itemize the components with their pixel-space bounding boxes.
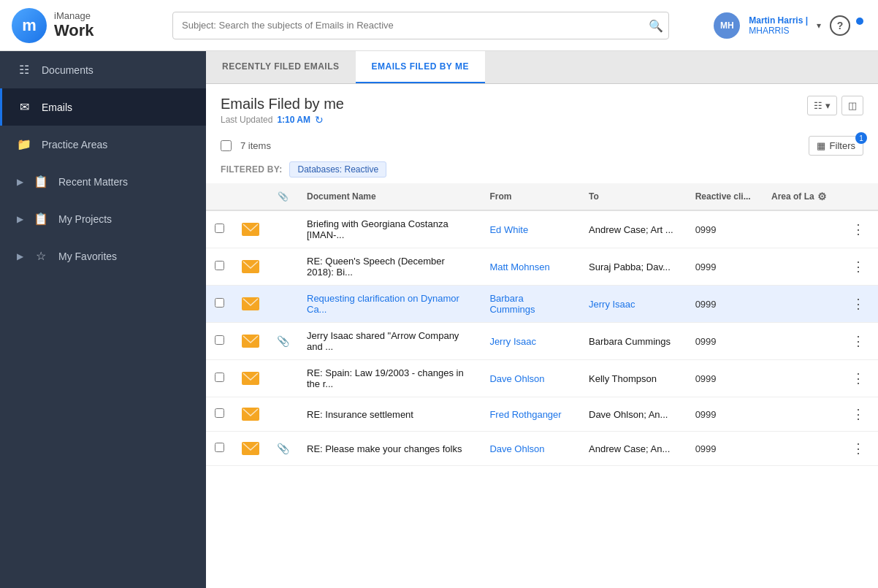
attachment-icon: 📎: [277, 443, 289, 454]
from-link[interactable]: Matt Mohnsen: [489, 261, 549, 272]
col-area: Area of La ⚙: [763, 183, 839, 210]
column-view-button[interactable]: ◫: [841, 96, 863, 115]
to-text: Suraj Pabba; Dav...: [589, 261, 671, 272]
help-button[interactable]: ?: [830, 15, 850, 36]
user-menu-chevron[interactable]: ▾: [817, 20, 821, 31]
area-of-law: [763, 210, 839, 248]
sidebar-item-my-projects[interactable]: ▶ 📋 My Projects: [0, 200, 206, 237]
filter-bar: FILTERED BY: Databases: Reactive: [206, 159, 878, 183]
notification-dot: [856, 18, 863, 25]
sidebar-item-practice-areas[interactable]: 📁 Practice Areas: [0, 126, 206, 163]
filters-button[interactable]: ▦ Filters 1: [809, 136, 863, 156]
app-header: m iManage Work 🔍 MH Martin Harris | MHAR…: [0, 0, 878, 51]
sidebar-item-documents[interactable]: ☷ Documents: [0, 51, 206, 88]
filter-tag[interactable]: Databases: Reactive: [289, 161, 386, 177]
row-more-button[interactable]: ⋮: [847, 369, 869, 388]
search-bar[interactable]: 🔍: [172, 12, 669, 39]
client-code: 0999: [687, 397, 763, 432]
col-from[interactable]: From: [481, 183, 580, 210]
favorites-icon: ☆: [34, 249, 48, 263]
sidebar: ☷ Documents ✉ Emails 📁 Practice Areas ▶ …: [0, 51, 206, 588]
document-name-link[interactable]: Jerry Isaac shared "Arrow Company and ..…: [307, 330, 459, 352]
to-text: Andrew Case; Art ...: [589, 224, 673, 235]
area-of-law: [763, 286, 839, 323]
client-code: 0999: [687, 323, 763, 360]
table-row: RE: Insurance settlementFred RothgangerD…: [206, 397, 878, 432]
chevron-down-icon: ▾: [825, 100, 831, 111]
col-to[interactable]: To: [580, 183, 687, 210]
select-all-checkbox[interactable]: [221, 140, 232, 151]
table-row: RE: Queen's Speech (December 2018): Bi..…: [206, 248, 878, 286]
row-more-button[interactable]: ⋮: [847, 439, 869, 458]
filters-badge: 1: [855, 132, 867, 144]
from-link[interactable]: Fred Rothganger: [489, 409, 561, 420]
row-more-button[interactable]: ⋮: [847, 332, 869, 351]
sidebar-item-emails[interactable]: ✉ Emails: [0, 88, 206, 126]
tab-filed-by-me[interactable]: EMAILS FILED BY ME: [356, 51, 485, 83]
row-checkbox[interactable]: [215, 373, 224, 382]
from-link[interactable]: Dave Ohlson: [489, 443, 544, 454]
sidebar-item-recent-matters[interactable]: ▶ 📋 Recent Matters: [0, 163, 206, 200]
row-more-button[interactable]: ⋮: [847, 220, 869, 239]
from-link[interactable]: Ed White: [489, 224, 528, 235]
row-checkbox[interactable]: [215, 261, 224, 270]
expand-icon: ▶: [17, 251, 23, 261]
document-name-link[interactable]: RE: Spain: Law 19/2003 - changes in the …: [307, 367, 464, 389]
item-count-row: 7 items ▦ Filters 1: [206, 133, 878, 159]
tab-recently-filed[interactable]: RECENTLY FILED EMAILS: [206, 51, 356, 83]
columns-icon: ◫: [848, 100, 857, 111]
grid-view-button[interactable]: ☷ ▾: [807, 96, 837, 115]
client-code: 0999: [687, 248, 763, 286]
document-name-link[interactable]: Briefing with Georgiana Costanza [IMAN-.…: [307, 218, 448, 240]
area-of-law: [763, 397, 839, 432]
email-icon: [242, 223, 259, 234]
expand-icon: ▶: [17, 177, 23, 187]
client-code: 0999: [687, 210, 763, 248]
row-checkbox[interactable]: [215, 335, 224, 345]
row-more-button[interactable]: ⋮: [847, 405, 869, 424]
row-more-button[interactable]: ⋮: [847, 257, 869, 276]
document-name-link[interactable]: RE: Please make your changes folks: [307, 443, 462, 454]
table-header-row: 📎 Document Name From To Reactive cli... …: [206, 183, 878, 210]
from-link[interactable]: Dave Ohlson: [489, 373, 544, 384]
area-of-law: [763, 323, 839, 360]
row-checkbox[interactable]: [215, 298, 224, 308]
col-cb: [206, 183, 233, 210]
sidebar-item-label: Emails: [42, 102, 191, 113]
grid-icon: ☷: [814, 100, 822, 111]
table-row: 📎RE: Please make your changes folksDave …: [206, 432, 878, 466]
col-clip: 📎: [268, 183, 298, 210]
refresh-icon[interactable]: ↻: [315, 114, 324, 126]
area-of-law: [763, 432, 839, 466]
area-of-law: [763, 248, 839, 286]
col-settings-icon[interactable]: ⚙: [817, 191, 827, 202]
sidebar-item-label: Documents: [42, 64, 191, 76]
attachment-icon: 📎: [277, 335, 289, 347]
document-name-link[interactable]: RE: Insurance settlement: [307, 409, 413, 420]
row-more-button[interactable]: ⋮: [847, 294, 869, 313]
sidebar-item-my-favorites[interactable]: ▶ ☆ My Favorites: [0, 237, 206, 275]
row-checkbox[interactable]: [215, 443, 224, 452]
app-name: iManage Work: [54, 11, 94, 39]
logo-area: m iManage Work: [12, 8, 158, 43]
folder-icon: 📁: [17, 137, 31, 151]
document-name-link[interactable]: Requesting clarification on Dynamor Ca..…: [307, 293, 459, 315]
email-icon: [242, 335, 259, 345]
to-text: Kelly Thompson: [589, 373, 657, 384]
to-text: Andrew Case; An...: [589, 443, 670, 454]
row-checkbox[interactable]: [215, 224, 224, 233]
user-name: Martin Harris |: [749, 15, 808, 26]
email-table-container: 📎 Document Name From To Reactive cli... …: [206, 183, 878, 588]
from-link[interactable]: Jerry Isaac: [489, 336, 536, 347]
from-link[interactable]: Barbara Cummings: [489, 293, 535, 315]
col-docname[interactable]: Document Name: [298, 183, 481, 210]
main-layout: ☷ Documents ✉ Emails 📁 Practice Areas ▶ …: [0, 51, 878, 588]
document-icon: ☷: [17, 63, 31, 77]
filtered-by-label: FILTERED BY:: [221, 164, 282, 175]
row-checkbox[interactable]: [215, 408, 224, 418]
filter-icon: ▦: [817, 140, 825, 151]
document-name-link[interactable]: RE: Queen's Speech (December 2018): Bi..…: [307, 256, 445, 278]
search-button[interactable]: 🔍: [649, 18, 663, 32]
search-input[interactable]: [172, 12, 669, 39]
col-client[interactable]: Reactive cli...: [687, 183, 763, 210]
